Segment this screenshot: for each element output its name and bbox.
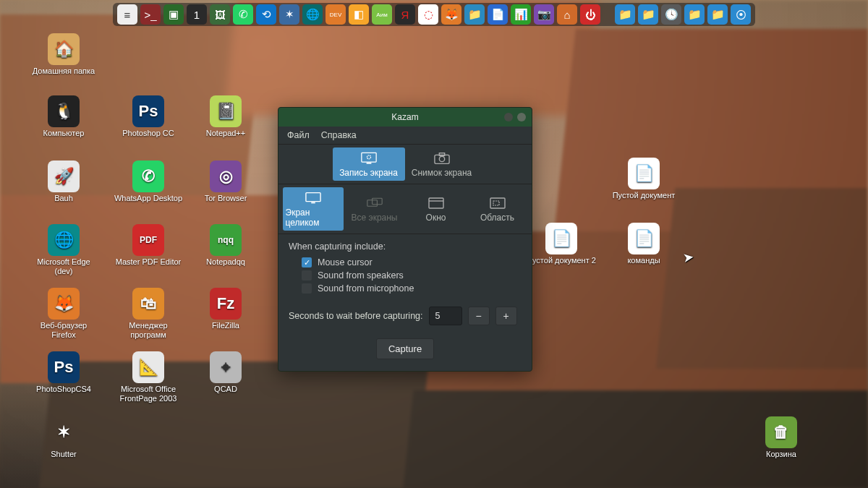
- filezilla[interactable]: FzFileZilla: [190, 288, 262, 330]
- app-software[interactable]: ⌂: [557, 4, 577, 25]
- master-pdf[interactable]: PDFMaster PDF Editor: [112, 224, 184, 267]
- tab-screenshot[interactable]: Снимок экрана: [406, 147, 478, 181]
- app-terminal[interactable]: >_: [140, 4, 161, 25]
- edge-dev[interactable]: 🌐Microsoft Edge (dev): [27, 224, 100, 275]
- svg-rect-6: [305, 193, 320, 202]
- commands-doc[interactable]: 📄команды: [608, 223, 680, 265]
- computer[interactable]: 🐧Компьютер: [27, 95, 100, 138]
- home-folder[interactable]: 🏠Домашняя папка: [27, 33, 100, 76]
- window-icon: [428, 197, 444, 210]
- svg-point-2: [367, 155, 370, 159]
- icon-label: PhotoShopCS4: [36, 385, 91, 394]
- dock: ≡>_▣1🖼✆⟲✶🌐DEV◧АимЯ◌🦊📁📄📊📷⌂⏻ 📁📁🕓📁📁⦿: [113, 3, 755, 26]
- tab-area[interactable]: Область: [467, 187, 528, 231]
- tor-browser[interactable]: ◎Tor Browser: [190, 160, 262, 203]
- app-power[interactable]: ⏻: [580, 4, 600, 25]
- trash[interactable]: 🗑Корзина: [745, 416, 817, 459]
- applet-a11y[interactable]: ⦿: [731, 4, 751, 25]
- menu-help[interactable]: Справка: [321, 130, 357, 140]
- app-writer[interactable]: 📄: [488, 4, 508, 25]
- camera-icon: [434, 152, 450, 165]
- app-yandex[interactable]: Я: [395, 4, 415, 25]
- checkbox-icon: [302, 270, 312, 281]
- tab-label: Все экраны: [352, 213, 398, 223]
- svg-rect-1: [366, 163, 371, 164]
- svg-rect-4: [439, 153, 444, 156]
- tab-window[interactable]: Окно: [406, 187, 467, 231]
- app-dev[interactable]: DEV: [326, 4, 346, 25]
- delay-minus-button[interactable]: −: [468, 307, 490, 325]
- app-aim[interactable]: Аим: [372, 4, 392, 25]
- folder-other[interactable]: 📁: [707, 4, 728, 25]
- app-calc[interactable]: 📊: [511, 4, 531, 25]
- folder-docs[interactable]: 📁: [684, 4, 705, 25]
- firefox[interactable]: 🦊Веб-браузер Firefox: [27, 288, 100, 339]
- app-screenshot[interactable]: ◧: [349, 4, 369, 25]
- commands-doc-icon: 📄: [628, 223, 660, 254]
- app-edge[interactable]: 🌐: [302, 4, 323, 25]
- bauh-icon: 🚀: [48, 160, 80, 192]
- capture-options: When capturing include: ✓ Mouse cursor S…: [278, 234, 532, 299]
- app-shutter[interactable]: ✶: [279, 4, 299, 25]
- menu-file[interactable]: Файл: [287, 130, 310, 140]
- option-microphone[interactable]: Sound from microphone: [289, 282, 522, 295]
- notepadpp[interactable]: 📓Notepad++: [190, 95, 262, 138]
- shutter[interactable]: ✶Shutter: [27, 416, 100, 459]
- applet-clock[interactable]: 🕓: [661, 4, 681, 25]
- option-label: Mouse cursor: [318, 257, 373, 267]
- tab-screencast[interactable]: Запись экрана: [333, 147, 405, 181]
- close-button[interactable]: [517, 113, 526, 121]
- empty-doc-1[interactable]: 📄Пустой документ: [608, 158, 680, 200]
- titlebar[interactable]: Kazam: [278, 108, 532, 127]
- icon-label: Bauh: [54, 194, 73, 203]
- area-tabs: Экран целиком Все экраны Окно Область: [278, 184, 532, 234]
- app-teamviewer[interactable]: ⟲: [256, 4, 276, 25]
- notepadqq[interactable]: nqqNotepadqq: [190, 224, 262, 267]
- option-mouse[interactable]: ✓ Mouse cursor: [289, 256, 522, 269]
- software-manager-icon: 🛍: [132, 288, 164, 320]
- trash-icon: 🗑: [765, 416, 797, 448]
- svg-rect-10: [429, 198, 443, 208]
- kazam-window: Kazam Файл Справка Запись экрана Снимок …: [278, 107, 532, 372]
- photoshop-cc[interactable]: PsPhotoshop CC: [112, 95, 184, 138]
- icon-label: Компьютер: [43, 129, 85, 138]
- frontpage[interactable]: 📐Microsoft Office FrontPage 2003: [112, 351, 184, 403]
- app-editor[interactable]: ≡: [117, 4, 137, 25]
- photoshop-cs4[interactable]: PsPhotoShopCS4: [27, 351, 100, 394]
- app-firefox[interactable]: 🦊: [441, 4, 461, 25]
- svg-rect-0: [361, 153, 375, 162]
- software-manager[interactable]: 🛍Менеджер программ: [112, 288, 184, 339]
- option-speakers[interactable]: Sound from speakers: [289, 269, 522, 282]
- whatsapp-desktop[interactable]: ✆WhatsApp Desktop: [112, 160, 184, 203]
- filezilla-icon: Fz: [210, 288, 242, 320]
- folder-home[interactable]: 📁: [615, 4, 635, 25]
- empty-doc-2[interactable]: 📄Пустой документ 2: [525, 223, 597, 265]
- photoshop-cc-icon: Ps: [132, 95, 164, 127]
- icon-label: Microsoft Office FrontPage 2003: [112, 385, 184, 403]
- qcad[interactable]: ⌖QCAD: [190, 351, 262, 394]
- tab-allscreens[interactable]: Все экраны: [344, 187, 405, 231]
- app-whatsapp[interactable]: ✆: [233, 4, 253, 25]
- notepadpp-icon: 📓: [210, 95, 242, 127]
- app-image[interactable]: 🖼: [210, 4, 230, 25]
- tab-label: Окно: [426, 213, 446, 223]
- tab-fullscreen[interactable]: Экран целиком: [283, 187, 344, 231]
- edge-dev-icon: 🌐: [48, 224, 80, 256]
- delay-input[interactable]: [429, 307, 462, 325]
- icon-label: Notepad++: [206, 129, 245, 138]
- icon-label: команды: [627, 256, 660, 265]
- icon-label: Shutter: [51, 450, 76, 459]
- app-files[interactable]: 📁: [464, 4, 485, 25]
- icon-label: Пустой документ 2: [527, 256, 596, 265]
- delay-plus-button[interactable]: +: [495, 307, 517, 325]
- minimize-button[interactable]: [504, 113, 513, 121]
- app-colorpicker[interactable]: ◌: [418, 4, 438, 25]
- app-camera[interactable]: 📷: [534, 4, 554, 25]
- svg-rect-7: [311, 202, 315, 204]
- icon-label: Пустой документ: [613, 191, 676, 200]
- app-wallpaper[interactable]: ▣: [163, 4, 184, 25]
- app-workspace[interactable]: 1: [187, 4, 207, 25]
- folder-desktop[interactable]: 📁: [638, 4, 658, 25]
- capture-button[interactable]: Capture: [376, 338, 434, 359]
- bauh[interactable]: 🚀Bauh: [27, 160, 100, 203]
